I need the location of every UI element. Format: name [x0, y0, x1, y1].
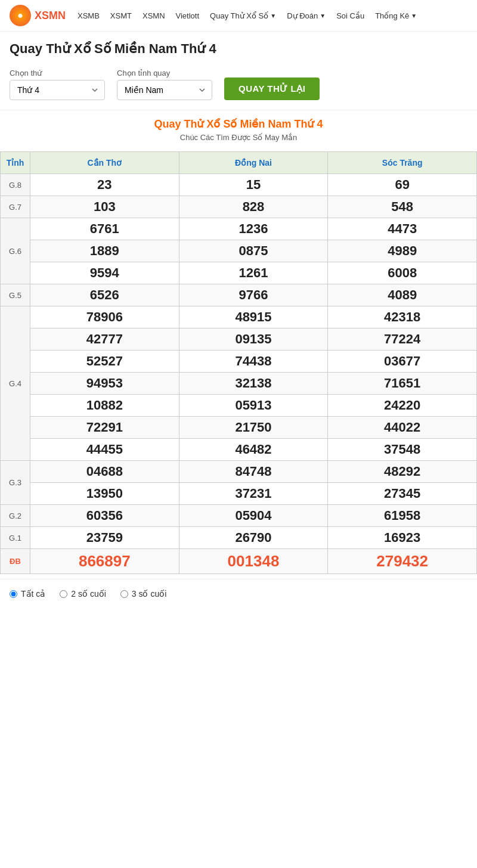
table-cell: 32138 [179, 373, 328, 395]
table-cell: 13950 [30, 483, 179, 505]
table-cell: 001348 [179, 549, 328, 574]
dongnai-link[interactable]: Đồng Nai [235, 158, 272, 168]
row-label: G.1 [1, 527, 30, 549]
logo-icon: ● [10, 5, 31, 26]
table-cell: 46482 [179, 439, 328, 461]
table-cell: 1261 [179, 262, 328, 284]
row-label: G.7 [1, 196, 30, 218]
table-cell: 4989 [328, 240, 477, 262]
table-cell: 03677 [328, 351, 477, 373]
chevron-down-icon: ▼ [270, 13, 276, 19]
table-cell: 6526 [30, 284, 179, 306]
table-cell: 42318 [328, 306, 477, 328]
chon-tinh-select[interactable]: Miền Nam Miền Bắc Miền Trung [117, 80, 212, 100]
table-cell: 10882 [30, 395, 179, 417]
table-cell: 44455 [30, 439, 179, 461]
table-cell: 23 [30, 174, 179, 196]
nav-vietlott[interactable]: Vietlott [176, 11, 200, 20]
table-cell: 48292 [328, 461, 477, 483]
result-subtitle: Chúc Các Tìm Được Số May Mắn [0, 133, 477, 142]
table-cell: 09135 [179, 328, 328, 351]
lottery-table: Tỉnh Cần Thơ Đồng Nai Sóc Trăng G.823156… [0, 151, 477, 574]
table-cell: 94953 [30, 373, 179, 395]
nav-xsmb[interactable]: XSMB [78, 11, 100, 20]
table-cell: 84748 [179, 461, 328, 483]
table-cell: 24220 [328, 395, 477, 417]
chevron-down-icon: ▼ [411, 13, 417, 19]
page-title: Quay Thử Xổ Số Miền Nam Thứ 4 [0, 32, 477, 64]
table-cell: 9766 [179, 284, 328, 306]
table-cell: 60356 [30, 505, 179, 527]
table-cell: 1236 [179, 218, 328, 240]
table-cell: 74438 [179, 351, 328, 373]
table-cell: 77224 [328, 328, 477, 351]
soctrang-link[interactable]: Sóc Trăng [382, 158, 423, 168]
table-cell: 72291 [30, 417, 179, 439]
col-tinh: Tỉnh [1, 152, 30, 174]
nav-xsmt[interactable]: XSMT [110, 11, 132, 20]
radio-tat-ca[interactable]: Tất cả [10, 589, 45, 599]
table-cell: 866897 [30, 549, 179, 574]
row-label: G.6 [1, 218, 30, 284]
logo[interactable]: ● XSMN [10, 5, 66, 26]
table-cell: 279432 [328, 549, 477, 574]
nav-soi-cau[interactable]: Soi Cầu [336, 11, 364, 20]
row-label: G.2 [1, 505, 30, 527]
table-cell: 37548 [328, 439, 477, 461]
radio-3-so-cuoi[interactable]: 3 số cuối [120, 589, 166, 599]
table-cell: 27345 [328, 483, 477, 505]
nav-thong-ke[interactable]: Thống Kê ▼ [375, 11, 417, 20]
result-title: Quay Thử Xổ Số Miền Nam Thứ 4 [0, 117, 477, 131]
table-cell: 78906 [30, 306, 179, 328]
table-cell: 23759 [30, 527, 179, 549]
table-cell: 21750 [179, 417, 328, 439]
table-cell: 61958 [328, 505, 477, 527]
chon-thu-select[interactable]: Thứ 4 Thứ 2 Thứ 3 Thứ 5 Thứ 6 Thứ 7 Chủ … [10, 80, 105, 100]
table-cell: 52527 [30, 351, 179, 373]
table-cell: 548 [328, 196, 477, 218]
nav-xsmn[interactable]: XSMN [143, 11, 165, 20]
cantho-link[interactable]: Cần Thơ [88, 158, 122, 168]
controls: Chọn thứ Thứ 4 Thứ 2 Thứ 3 Thứ 5 Thứ 6 T… [0, 64, 477, 110]
table-cell: 15 [179, 174, 328, 196]
navbar: ● XSMN XSMB XSMT XSMN Vietlott Quay Thử … [0, 0, 477, 32]
table-cell: 16923 [328, 527, 477, 549]
table-cell: 71651 [328, 373, 477, 395]
row-label: G.8 [1, 174, 30, 196]
table-cell: 4089 [328, 284, 477, 306]
chon-tinh-group: Chọn tỉnh quay Miền Nam Miền Bắc Miền Tr… [117, 69, 212, 100]
chon-thu-group: Chọn thứ Thứ 4 Thứ 2 Thứ 3 Thứ 5 Thứ 6 T… [10, 69, 105, 100]
chevron-down-icon: ▼ [320, 13, 326, 19]
table-cell: 48915 [179, 306, 328, 328]
nav-quay-thu[interactable]: Quay Thử Xổ Số ▼ [210, 11, 276, 20]
table-cell: 04688 [30, 461, 179, 483]
table-cell: 05904 [179, 505, 328, 527]
col-cantho: Cần Thơ [30, 152, 179, 174]
footer-radio: Tất cả 2 số cuối 3 số cuối [0, 579, 477, 608]
table-cell: 26790 [179, 527, 328, 549]
row-label: ĐB [1, 549, 30, 574]
logo-text: XSMN [35, 10, 66, 22]
table-cell: 6761 [30, 218, 179, 240]
table-cell: 0875 [179, 240, 328, 262]
radio-2-so-cuoi[interactable]: 2 số cuối [60, 589, 106, 599]
tinh-link[interactable]: Tỉnh [7, 158, 24, 168]
nav-du-doan[interactable]: Dự Đoán ▼ [287, 11, 326, 20]
row-label: G.4 [1, 306, 30, 461]
table-cell: 828 [179, 196, 328, 218]
table-cell: 69 [328, 174, 477, 196]
table-cell: 42777 [30, 328, 179, 351]
col-soctrang: Sóc Trăng [328, 152, 477, 174]
result-header: Quay Thử Xổ Số Miền Nam Thứ 4 Chúc Các T… [0, 110, 477, 144]
nav-links: XSMB XSMT XSMN Vietlott Quay Thử Xổ Số ▼… [78, 11, 467, 20]
row-label: G.3 [1, 461, 30, 505]
quay-thu-lai-button[interactable]: QUAY THỬ LẠI [224, 78, 320, 100]
table-cell: 1889 [30, 240, 179, 262]
col-dongnai: Đồng Nai [179, 152, 328, 174]
table-cell: 4473 [328, 218, 477, 240]
table-cell: 37231 [179, 483, 328, 505]
chon-thu-label: Chọn thứ [10, 69, 105, 78]
table-cell: 05913 [179, 395, 328, 417]
table-cell: 6008 [328, 262, 477, 284]
table-cell: 103 [30, 196, 179, 218]
